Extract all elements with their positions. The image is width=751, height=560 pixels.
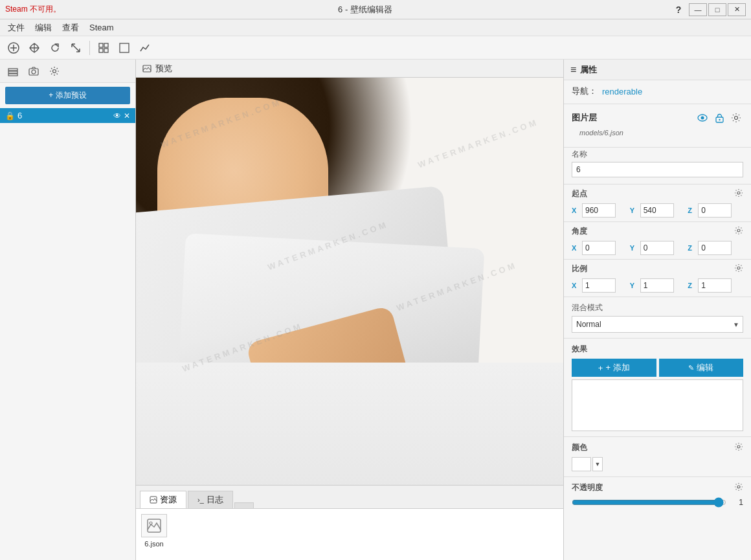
name-input[interactable] [572,162,743,177]
effects-edit-icon: ✎ [688,364,694,372]
rotation-y-group: Y [630,241,686,255]
window-controls: ? — □ ✕ [669,3,746,16]
menu-file[interactable]: 文件 [3,21,30,35]
divider-8 [564,436,751,437]
preview-label: 预览 [155,63,172,74]
blend-select-wrap: Normal Add Multiply Screen Overlay ▼ [572,316,743,333]
layer-eye-button[interactable] [695,111,710,125]
svg-point-12 [32,70,36,74]
preset-number: 6 [17,111,111,120]
maximize-button[interactable]: □ [708,3,726,16]
close-button[interactable]: ✕ [728,3,746,16]
effects-add-button[interactable]: + + 添加 [572,359,656,377]
effects-header: 效果 [572,344,743,355]
single-view-icon[interactable] [115,39,134,57]
scale-z-input[interactable] [698,278,732,293]
divider-6 [564,297,751,297]
effects-edit-button[interactable]: ✎ 编辑 [659,359,744,377]
eye-icon[interactable]: 👁 [113,111,121,120]
preview-header: 预览 [136,60,563,78]
opacity-slider[interactable] [572,497,726,508]
delete-icon[interactable]: ✕ [124,111,130,120]
tab-logs[interactable]: ›_ 日志 [188,491,233,508]
add-icon[interactable] [4,39,23,57]
scale-x-input[interactable] [582,278,616,293]
effects-list [572,379,743,431]
blend-select[interactable]: Normal Add Multiply Screen Overlay [572,316,743,333]
origin-x-input[interactable] [582,203,616,218]
help-button[interactable]: ? [669,3,688,16]
origin-y-group: Y [630,203,686,218]
origin-x-group: X [572,203,627,218]
scale-y-input[interactable] [640,278,674,293]
menu-steam[interactable]: Steam [84,21,119,34]
scale-gear-button[interactable] [734,263,743,274]
bottom-content: 6.json [136,508,563,560]
origin-label: 起点 [572,188,587,199]
color-gear-button[interactable] [734,442,743,453]
nav-row: 导航： renderable [564,80,751,102]
svg-point-25 [737,267,740,269]
svg-point-17 [150,522,152,524]
layer-header: 图片层 [572,111,743,125]
preset-item[interactable]: 🔒 6 👁 ✕ [0,108,135,123]
svg-rect-7 [120,43,129,52]
divider-5 [564,259,751,260]
svg-rect-5 [99,49,103,52]
scale-y-label: Y [630,282,639,289]
minimize-button[interactable]: — [689,3,707,16]
origin-y-label: Y [630,207,639,214]
scale-y-group: Y [630,278,686,293]
origin-header: 起点 [564,186,751,201]
layer-gear-button[interactable] [729,111,743,125]
lock-icon: 🔒 [5,111,15,120]
svg-rect-3 [99,43,103,47]
color-swatch[interactable] [572,457,591,471]
layers-icon[interactable] [4,63,22,80]
asset-item[interactable]: 6.json [141,514,167,548]
left-toolbar [0,60,135,83]
tab-logs-icon: ›_ [197,496,204,504]
rotation-x-label: X [572,244,581,252]
properties-header-icon: ≡ [570,64,576,76]
name-label: 名称 [572,149,743,160]
rotation-x-input[interactable] [582,241,616,255]
camera-icon[interactable] [25,63,43,80]
opacity-value: 1 [730,498,743,507]
refresh-icon[interactable] [45,39,65,57]
rotation-gear-button[interactable] [734,226,743,237]
nav-link[interactable]: renderable [602,87,642,96]
scale-header: 比例 [564,261,751,276]
center-area: 预览 WATERMARKEN.COM WATERMARKEN.COM WATER… [136,60,563,560]
color-dropdown-button[interactable]: ▼ [592,457,603,471]
title-bar: Steam 不可用。 6 - 壁纸编辑器 ? — □ ✕ [0,0,751,19]
file-path: models/6.json [572,129,743,140]
menu-view[interactable]: 查看 [57,21,84,35]
tab-logs-label: 日志 [207,494,223,506]
origin-y-input[interactable] [640,203,674,218]
grid-view-icon[interactable] [94,39,113,57]
chart-icon[interactable] [135,39,155,57]
color-picker: ▼ [572,457,743,471]
scale-x-label: X [572,282,581,289]
settings-icon[interactable] [45,63,63,80]
rotation-y-input[interactable] [640,241,674,255]
menu-edit[interactable]: 编辑 [30,21,57,35]
divider-9 [564,476,751,477]
main-toolbar [0,36,751,60]
origin-z-input[interactable] [698,203,732,218]
opacity-gear-button[interactable] [734,482,743,493]
svg-rect-8 [8,69,17,71]
svg-point-13 [53,69,56,73]
layer-lock-button[interactable] [712,111,726,125]
scale-z-group: Z [688,278,743,293]
rotation-z-group: Z [688,241,743,255]
resize-icon[interactable] [66,39,85,57]
tab-extra[interactable] [234,502,254,508]
add-preset-button[interactable]: + 添加预设 [5,87,130,104]
move-icon[interactable] [25,39,44,57]
origin-gear-button[interactable] [734,188,743,199]
tab-assets[interactable]: 资源 [140,491,186,508]
rotation-z-input[interactable] [698,241,732,255]
svg-rect-4 [104,43,108,47]
